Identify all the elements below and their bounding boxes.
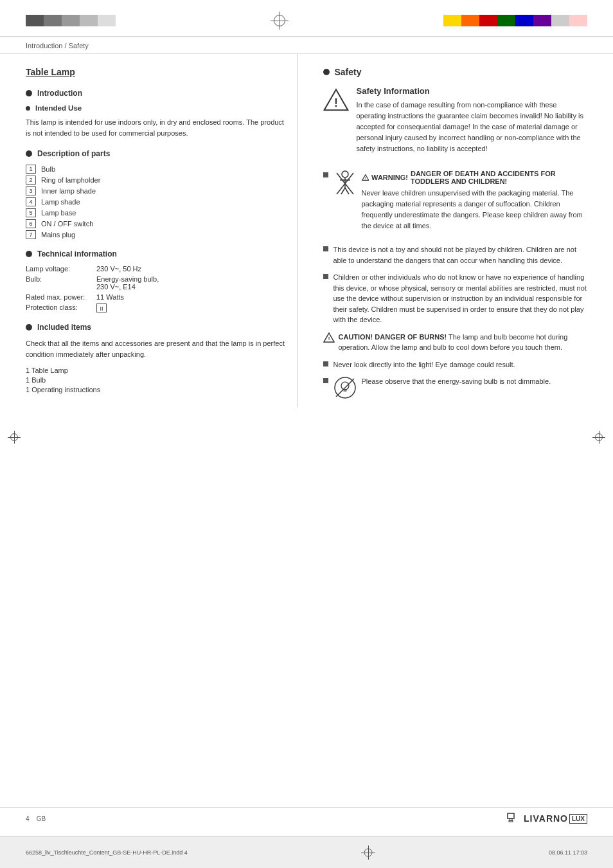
part-number: 2 [26, 176, 36, 185]
crosshair-icon [592, 431, 605, 444]
breadcrumb-text: Introduction / Safety [26, 42, 89, 50]
footer: 4 GB LIVARNO LUX [0, 807, 613, 829]
svg-rect-18 [508, 813, 514, 818]
bullet-icon [26, 324, 32, 330]
list-item: 7 Mains plug [26, 230, 290, 239]
warning-death-block: ! WARNING! DANGER OF DEATH AND ACCIDENTS… [323, 170, 588, 238]
intended-use-title: Intended Use [35, 104, 82, 112]
tech-label: Protection class: [26, 303, 96, 312]
warning-square-icon [323, 172, 328, 177]
tech-value: 11 Watts [96, 293, 124, 301]
table-row: Lamp voltage: 230 V~, 50 Hz [26, 265, 290, 273]
table-row: Bulb: Energy-saving bulb,230 V~, E14 [26, 275, 290, 291]
color-block [26, 15, 44, 26]
crosshair-icon [271, 12, 289, 30]
warning-restricted: Children or other individuals who do not… [323, 272, 588, 325]
introduction-title: Introduction [37, 89, 82, 98]
warning-death-text-block: ! WARNING! DANGER OF DEATH AND ACCIDENTS… [362, 170, 588, 238]
bottom-bar: 66258_liv_Tischleuchte_Content_GB-SE-HU-… [0, 836, 613, 868]
description-title: Description of parts [37, 149, 110, 158]
part-name: Mains plug [41, 231, 75, 239]
list-item: 4 Lamp shade [26, 197, 290, 206]
color-block [461, 15, 479, 26]
list-item: 1 Operating instructions [26, 386, 290, 393]
part-name: Bulb [41, 165, 55, 173]
language-code: GB [37, 815, 46, 822]
part-name: ON / OFF switch [41, 220, 93, 228]
list-item: 6 ON / OFF switch [26, 219, 290, 228]
sub-bullet-icon [26, 106, 30, 111]
svg-rect-20 [509, 820, 513, 822]
bullet-icon [26, 90, 32, 96]
tech-table: Lamp voltage: 230 V~, 50 Hz Bulb: Energy… [26, 265, 290, 312]
tech-info-title: Technical information [37, 249, 117, 258]
safety-header: Safety [323, 67, 588, 77]
tech-value: 230 V~, 50 Hz [96, 265, 141, 273]
bottom-crosshair-icon [361, 845, 375, 860]
tech-info-header: Technical information [26, 249, 290, 258]
svg-point-2 [342, 171, 348, 177]
tech-value: Energy-saving bulb,230 V~, E14 [96, 275, 159, 291]
parts-list: 1 Bulb 2 Ring of lampholder 3 Inner lamp… [26, 165, 290, 239]
small-square-icon [323, 246, 328, 251]
logo-lux: LUX [569, 814, 587, 824]
bullet-icon [26, 251, 32, 257]
warning-death-content: ! WARNING! DANGER OF DEATH AND ACCIDENTS… [333, 170, 588, 238]
footer-page-info: 4 GB [26, 815, 46, 822]
list-item: 1 Bulb [26, 165, 290, 174]
main-content: Table Lamp Introduction Intended Use Thi… [0, 54, 613, 407]
logo-text: LIVARNO [524, 813, 568, 824]
part-name: Ring of lampholder [41, 176, 100, 184]
tech-label: Bulb: [26, 275, 96, 291]
small-square-icon [323, 274, 328, 279]
part-number: 7 [26, 230, 36, 239]
table-row: Protection class: II [26, 303, 290, 312]
small-square-icon2 [323, 378, 328, 383]
part-number: 5 [26, 208, 36, 217]
part-name: Lamp base [41, 209, 76, 217]
warning-eye: Never look directly into the light! Eye … [323, 359, 588, 370]
color-strip-left [26, 15, 116, 26]
warning-restricted-text: Children or other individuals who do not… [333, 272, 588, 325]
svg-line-5 [341, 188, 345, 194]
svg-text:!: ! [364, 176, 366, 180]
page-title: Table Lamp [26, 67, 290, 77]
color-block [515, 15, 533, 26]
included-items-header: Included items [26, 323, 290, 332]
table-row: Rated max. power: 11 Watts [26, 293, 290, 301]
crosshair-center [122, 12, 437, 30]
color-block [551, 15, 569, 26]
color-block [569, 15, 587, 26]
timestamp: 08.06.11 17:03 [549, 849, 587, 856]
part-number: 1 [26, 165, 36, 174]
footer-logo: LIVARNO LUX [507, 813, 587, 824]
tech-label: Rated max. power: [26, 293, 96, 301]
safety-info-content: Safety Information In the case of damage… [357, 86, 588, 161]
list-item: 1 Table Lamp [26, 366, 290, 374]
color-block [479, 15, 497, 26]
safety-info-box: ! Safety Information In the case of dama… [323, 86, 588, 161]
warning-triangle-sm-icon: ! [362, 173, 369, 182]
color-block [533, 15, 551, 26]
crosshair-circle [364, 848, 372, 856]
intended-use-text: This lamp is intended for use indoors on… [26, 117, 290, 139]
warning-death-body: Never leave children unsupervised with t… [362, 188, 588, 231]
page: Introduction / Safety Table Lamp Introdu… [0, 0, 613, 868]
energy-content: Please observe that the energy-saving bu… [333, 376, 551, 401]
color-block [443, 15, 461, 26]
left-crosshair-marker [8, 431, 21, 444]
right-crosshair-marker [592, 431, 605, 444]
protection-class-box: II [96, 303, 107, 312]
breadcrumb: Introduction / Safety [0, 37, 613, 54]
part-number: 3 [26, 186, 36, 195]
safety-bullet-icon [323, 69, 330, 75]
included-items-list: 1 Table Lamp 1 Bulb 1 Operating instruct… [26, 366, 290, 393]
svg-line-6 [345, 188, 349, 194]
svg-text:!: ! [328, 336, 330, 341]
top-bar [0, 0, 613, 37]
crosshair-icon [8, 431, 21, 444]
part-number: 6 [26, 219, 36, 228]
list-item: 3 Inner lamp shade [26, 186, 290, 195]
warning-eye-text: Never look directly into the light! Eye … [333, 359, 515, 370]
energy-text: Please observe that the energy-saving bu… [362, 376, 551, 387]
